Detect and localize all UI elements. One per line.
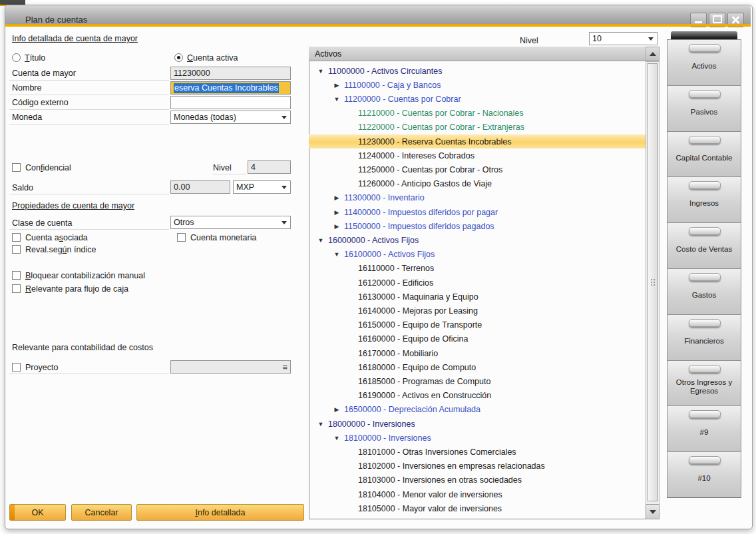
- tree-item-16130000[interactable]: 16130000 - Maquinaria y Equipo: [309, 290, 646, 304]
- tree-item-16140000[interactable]: 16140000 - Mejoras por Leasing: [309, 304, 646, 318]
- proyecto-field[interactable]: [170, 360, 291, 374]
- cuenta-monetaria-checkbox[interactable]: [177, 233, 186, 242]
- drawer-activos[interactable]: Activos: [667, 39, 741, 86]
- drawer-capital-contable[interactable]: Capital Contable: [667, 131, 741, 178]
- tree-item-11400000[interactable]: ▶11400000 - Impuestos diferidos por paga…: [309, 205, 646, 219]
- tree-item-18100000[interactable]: ▼18100000 - Inversiones: [309, 431, 646, 445]
- scrollbar-thumb[interactable]: [647, 63, 658, 501]
- tree-item-16100000[interactable]: ▼16100000 - Activos Fijos: [309, 248, 646, 262]
- confidencial-label[interactable]: Confidencial: [25, 163, 71, 172]
- saldo-currency-dropdown[interactable]: MXP: [233, 180, 291, 194]
- confidencial-checkbox[interactable]: [12, 163, 21, 172]
- radio-cuenta-activa-label[interactable]: Cuenta activa: [187, 53, 238, 63]
- tree-item-16160000[interactable]: 16160000 - Equipo de Oficina: [309, 332, 646, 346]
- tree-item-11260000[interactable]: 11260000 - Anticipo Gastos de Viaje: [309, 177, 646, 191]
- collapse-arrow-icon[interactable]: ▼: [317, 68, 325, 75]
- close-icon: [731, 15, 740, 24]
- codigo-externo-field[interactable]: [170, 96, 291, 109]
- tree-item-11230000[interactable]: 11230000 - Reserva Cuentas Incobrables: [309, 134, 646, 148]
- cuenta-asociada-label[interactable]: Cuenta asociada: [25, 233, 88, 242]
- cuenta-asociada-checkbox[interactable]: [12, 233, 21, 242]
- drawer-costo-de-ventas[interactable]: Costo de Ventas: [667, 222, 741, 269]
- expand-arrow-icon[interactable]: ▶: [333, 82, 341, 89]
- accounts-tree: ▼11000000 - Activos Circulantes▶11100000…: [309, 61, 646, 519]
- drawer-financieros[interactable]: Financieros: [667, 314, 741, 361]
- collapse-arrow-icon[interactable]: ▼: [317, 237, 325, 244]
- tree-item-11100000[interactable]: ▶11100000 - Caja y Bancos: [309, 78, 646, 92]
- expand-arrow-icon[interactable]: ▶: [333, 406, 341, 413]
- tree-item-16120000[interactable]: 16120000 - Edificios: [309, 276, 646, 290]
- nombre-field[interactable]: eserva Cuentas Incobrables: [170, 81, 291, 95]
- tree-item-16000000[interactable]: ▼16000000 - Activos Fijos: [309, 233, 646, 247]
- tree-item-18103000[interactable]: 18103000 - Inversiones en otras sociedad…: [309, 473, 646, 487]
- radio-titulo[interactable]: [12, 53, 21, 62]
- cancelar-button[interactable]: Cancelar: [71, 504, 132, 521]
- collapse-arrow-icon[interactable]: ▼: [333, 96, 341, 103]
- reval-segun-indice-checkbox[interactable]: [12, 245, 21, 254]
- nivel-label: Nivel: [213, 163, 232, 172]
- drawer-10[interactable]: #10: [667, 451, 741, 498]
- tree-item-18105000[interactable]: 18105000 - Mayor valor de inversiones: [309, 501, 646, 515]
- tree-item-18000000[interactable]: ▼18000000 - Inversiones: [309, 417, 646, 431]
- tree-item-16500000[interactable]: ▶16500000 - Depreciación Acumulada: [309, 403, 646, 417]
- drawer-ingresos[interactable]: Ingresos: [667, 176, 741, 223]
- bloquear-contabilizacion-label[interactable]: Bloquear contabilización manual: [25, 271, 145, 280]
- proyecto-checkbox[interactable]: [12, 363, 21, 372]
- ok-button[interactable]: OK: [9, 504, 66, 521]
- tree-item-11200000[interactable]: ▼11200000 - Cuentas por Cobrar: [309, 92, 646, 106]
- tree-item-11300000[interactable]: ▶11300000 - Inventario: [309, 191, 646, 205]
- tree-item-11500000[interactable]: ▶11500000 - Impuestos diferidos pagados: [309, 219, 646, 233]
- moneda-dropdown[interactable]: Monedas (todas): [170, 111, 291, 124]
- section-title-account-details: Info detallada de cuenta de mayor: [12, 34, 138, 43]
- cuenta-monetaria-label[interactable]: Cuenta monetaria: [190, 233, 256, 242]
- collapse-arrow-icon[interactable]: ▼: [333, 435, 341, 441]
- info-detallada-button[interactable]: Info detallada: [136, 504, 304, 521]
- tree-item-label: 18104000 - Menor valor de inversiones: [358, 490, 502, 499]
- tree-item-11250000[interactable]: 11250000 - Cuentas por Cobrar - Otros: [309, 162, 646, 176]
- scrollbar-track[interactable]: [646, 61, 660, 519]
- tree-item-16185000[interactable]: 16185000 - Programas de Computo: [309, 374, 646, 388]
- drawer-gastos[interactable]: Gastos: [667, 268, 741, 315]
- scrollbar-down-button[interactable]: [646, 504, 660, 519]
- tree-item-18102000[interactable]: 18102000 - Inversiones en empresas relac…: [309, 459, 646, 473]
- flujo-de-caja-checkbox[interactable]: [12, 284, 21, 293]
- tree-item-11240000[interactable]: 11240000 - Intereses Cobrados: [309, 148, 646, 162]
- tree-item-label: 16500000 - Depreciación Acumulada: [344, 405, 480, 414]
- expand-arrow-icon[interactable]: ▶: [333, 209, 341, 216]
- drawer-label: Ingresos: [689, 199, 719, 208]
- tree-item-16110000[interactable]: 16110000 - Terrenos: [309, 262, 646, 276]
- tree-item-11220000[interactable]: 11220000 - Cuentas por Cobrar - Extranje…: [309, 121, 646, 134]
- cuenta-de-mayor-field[interactable]: 11230000: [170, 67, 291, 80]
- radio-titulo-label[interactable]: Título: [25, 53, 45, 63]
- tree-item-11000000[interactable]: ▼11000000 - Activos Circulantes: [309, 64, 646, 78]
- tree-item-11210000[interactable]: 11210000 - Cuentas por Cobrar - Nacional…: [309, 107, 646, 121]
- collapse-arrow-icon[interactable]: ▼: [333, 251, 341, 258]
- scrollbar-up-button[interactable]: [646, 47, 660, 61]
- choose-from-list-icon[interactable]: [282, 362, 287, 372]
- clase-de-cuenta-dropdown[interactable]: Otros: [170, 216, 291, 229]
- expand-arrow-icon[interactable]: ▶: [333, 223, 341, 230]
- nivel-field[interactable]: 4: [248, 160, 291, 174]
- bloquear-contabilizacion-checkbox[interactable]: [12, 271, 21, 280]
- saldo-field[interactable]: 0.00: [170, 180, 230, 194]
- collapse-arrow-icon[interactable]: ▼: [317, 421, 325, 427]
- tree-item-label: 11260000 - Anticipo Gastos de Viaje: [358, 179, 492, 188]
- radio-cuenta-activa[interactable]: [174, 53, 183, 62]
- tree-item-16180000[interactable]: 16180000 - Equipo de Computo: [309, 360, 646, 374]
- tree-item-16170000[interactable]: 16170000 - Mobiliario: [309, 346, 646, 360]
- drawer-pasivos[interactable]: Pasivos: [667, 85, 741, 132]
- tree-item-16150000[interactable]: 16150000 - Equipo de Transporte: [309, 318, 646, 332]
- expand-arrow-icon[interactable]: ▶: [333, 194, 341, 201]
- tree-item-18101000[interactable]: 18101000 - Otras Inversiones Comerciales: [309, 445, 646, 459]
- nivel-selector-dropdown[interactable]: 10: [589, 32, 658, 45]
- window-titlebar[interactable]: Plan de cuentas: [5, 5, 751, 24]
- flujo-de-caja-label[interactable]: Relevante para flujo de caja: [25, 284, 128, 294]
- proyecto-label[interactable]: Proyecto: [25, 363, 58, 372]
- drawer-otros-ingresos-y-egresos[interactable]: Otros Ingresos y Egresos: [667, 360, 741, 407]
- reval-segun-indice-label[interactable]: Reval.según índice: [25, 245, 96, 254]
- tree-item-16190000[interactable]: 16190000 - Activos en Construcción: [309, 389, 646, 403]
- saldo-label: Saldo: [12, 183, 33, 192]
- drawer-label: Otros Ingresos y Egresos: [671, 378, 737, 397]
- tree-item-18104000[interactable]: 18104000 - Menor valor de inversiones: [309, 487, 646, 501]
- drawer-9[interactable]: #9: [667, 405, 741, 452]
